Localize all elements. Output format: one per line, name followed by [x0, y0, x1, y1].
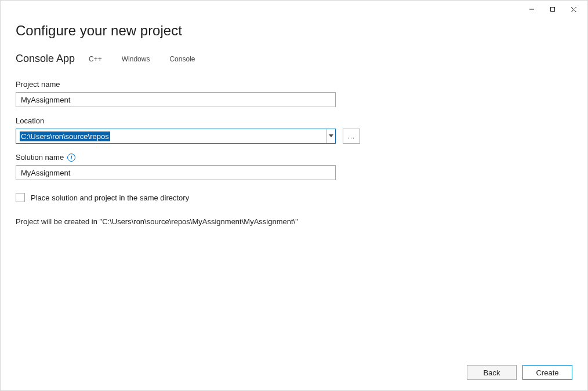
project-name-input[interactable] — [16, 92, 336, 107]
page-title: Configure your new project — [16, 23, 572, 39]
project-name-label: Project name — [16, 80, 572, 89]
browse-button[interactable]: ... — [343, 129, 360, 144]
solution-name-label: Solution name i — [16, 153, 572, 162]
back-button[interactable]: Back — [467, 365, 517, 380]
same-directory-row: Place solution and project in the same d… — [16, 193, 572, 202]
template-name: Console App — [16, 53, 75, 65]
template-tag: Console — [164, 53, 201, 65]
minimize-button[interactable] — [521, 2, 542, 16]
footer: Back Create — [16, 355, 572, 390]
svg-rect-1 — [551, 8, 555, 12]
solution-name-field: Solution name i — [16, 153, 572, 180]
info-icon[interactable]: i — [67, 154, 75, 162]
content-area: Configure your new project Console App C… — [1, 18, 587, 390]
template-tag: Windows — [116, 53, 156, 65]
solution-name-label-text: Solution name — [16, 153, 64, 162]
chevron-down-icon — [329, 134, 333, 138]
location-combobox[interactable]: C:\Users\ron\source\repos — [16, 129, 336, 144]
template-tag: C++ — [83, 53, 108, 65]
location-dropdown-button[interactable] — [326, 129, 335, 143]
location-label: Location — [16, 116, 572, 125]
svg-marker-4 — [329, 134, 333, 137]
same-directory-checkbox[interactable] — [16, 193, 25, 202]
location-value-selected: C:\Users\ron\source\repos — [20, 131, 110, 141]
location-field: Location C:\Users\ron\source\repos ... — [16, 116, 572, 144]
project-name-field: Project name — [16, 80, 572, 107]
close-icon — [571, 6, 577, 13]
solution-name-input[interactable] — [16, 165, 336, 180]
creation-path-text: Project will be created in "C:\Users\ron… — [16, 217, 572, 226]
location-input[interactable]: C:\Users\ron\source\repos — [16, 129, 326, 143]
maximize-button[interactable] — [542, 2, 563, 16]
close-button[interactable] — [563, 2, 584, 16]
same-directory-label: Place solution and project in the same d… — [31, 193, 189, 202]
dialog-window: Configure your new project Console App C… — [0, 0, 588, 391]
minimize-icon — [529, 6, 535, 12]
create-button[interactable]: Create — [522, 365, 572, 380]
maximize-icon — [550, 6, 556, 12]
template-row: Console App C++ Windows Console — [16, 53, 572, 65]
titlebar — [1, 1, 587, 18]
